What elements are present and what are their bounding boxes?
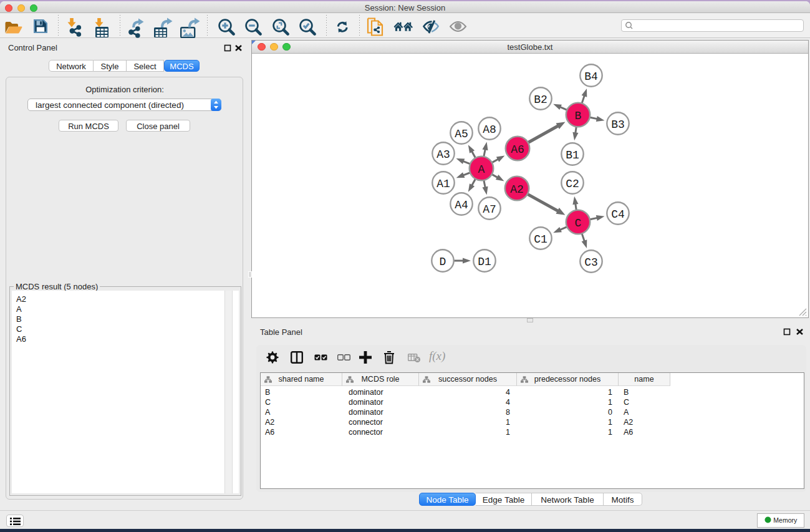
- svg-text:C: C: [575, 217, 582, 230]
- svg-text:A3: A3: [436, 148, 450, 161]
- svg-text:D1: D1: [478, 256, 491, 268]
- svg-text:A7: A7: [483, 203, 496, 216]
- svg-text:C1: C1: [534, 233, 547, 246]
- svg-text:B4: B4: [584, 70, 598, 83]
- svg-text:B2: B2: [534, 94, 547, 106]
- svg-text:f(x): f(x): [429, 350, 445, 363]
- svg-text:A6: A6: [511, 143, 524, 156]
- svg-text:A2: A2: [510, 183, 524, 196]
- svg-text:C2: C2: [566, 178, 579, 190]
- svg-text:D: D: [440, 256, 446, 268]
- svg-text:B3: B3: [611, 118, 625, 131]
- svg-text:B: B: [575, 110, 582, 122]
- svg-text:C3: C3: [584, 256, 598, 269]
- svg-text:A: A: [478, 163, 485, 176]
- svg-text:A1: A1: [436, 178, 450, 190]
- svg-text:A5: A5: [455, 128, 468, 140]
- svg-text:A4: A4: [455, 199, 468, 211]
- svg-text:B1: B1: [566, 149, 579, 162]
- svg-text:A8: A8: [483, 123, 496, 136]
- svg-text:C4: C4: [611, 208, 625, 221]
